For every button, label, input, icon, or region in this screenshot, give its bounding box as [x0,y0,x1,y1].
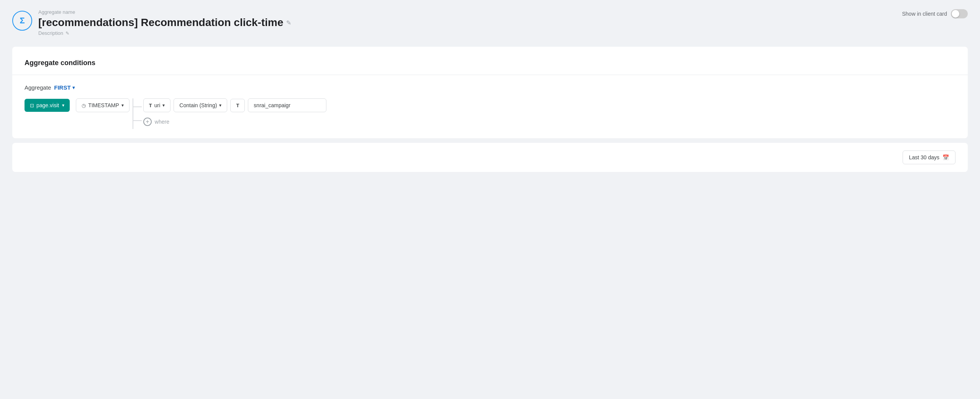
aggregate-title: [recommendations] Recommendation click-t… [38,16,283,29]
card-title: Aggregate conditions [25,59,955,67]
aggregate-function-chevron: ▾ [72,85,75,90]
type-indicator: T [230,99,245,112]
description-edit-icon[interactable]: ✎ [66,31,69,36]
field-label: uri [154,102,161,108]
aggregate-conditions-card: Aggregate conditions Aggregate FIRST ▾ ⊡… [12,47,968,138]
operator-label: Contain (String) [179,102,217,108]
aggregate-name-label: Aggregate name [38,9,291,15]
where-label: where [155,119,169,125]
event-label: page.visit [36,102,59,108]
event-button[interactable]: ⊡ page.visit ▾ [25,99,70,112]
title-edit-icon[interactable]: ✎ [286,19,291,26]
add-where-button[interactable]: + [143,118,152,126]
divider [12,75,968,75]
field-icon: T [149,103,152,108]
aggregate-row: Aggregate FIRST ▾ [25,84,955,91]
sigma-icon: Σ [12,11,32,31]
tree-horizontal-top [133,106,142,107]
header: Σ Aggregate name [recommendations] Recom… [12,9,968,36]
where-row: + where [143,118,327,126]
timestamp-label: TIMESTAMP [88,102,119,108]
operator-chevron: ▾ [219,103,221,108]
left-group: ⊡ page.visit ▾ ◷ TIMESTAMP ▾ [25,98,129,112]
type-icon: T [236,103,239,108]
last-days-button[interactable]: Last 30 days 📅 [903,150,955,164]
bottom-card: Last 30 days 📅 [12,143,968,172]
page-wrapper: Σ Aggregate name [recommendations] Recom… [0,0,980,181]
operator-button[interactable]: Contain (String) ▾ [174,98,227,112]
aggregate-function-dropdown[interactable]: FIRST ▾ [54,84,74,91]
calendar-icon: 📅 [942,154,949,160]
field-chevron: ▾ [162,103,165,108]
event-icon: ⊡ [30,103,34,108]
filter-row: T uri ▾ Contain (String) ▾ T [143,98,327,112]
timestamp-button[interactable]: ◷ TIMESTAMP ▾ [76,98,129,112]
add-where-plus-icon: + [146,119,149,125]
aggregate-label: Aggregate [25,84,51,91]
description-label: Description [38,30,63,36]
header-left: Σ Aggregate name [recommendations] Recom… [12,9,291,36]
aggregate-function-value: FIRST [54,84,70,91]
right-tree: T uri ▾ Contain (String) ▾ T [133,98,327,126]
value-input[interactable] [248,98,326,112]
conditions-layout: ⊡ page.visit ▾ ◷ TIMESTAMP ▾ T [25,98,955,126]
show-in-client-card: Show in client card [902,9,968,18]
show-in-client-card-toggle[interactable] [951,9,968,18]
event-chevron: ▾ [62,103,64,108]
show-in-client-card-label: Show in client card [902,11,947,17]
tree-vertical-line [133,98,133,129]
timestamp-icon: ◷ [82,103,86,108]
last-days-label: Last 30 days [909,154,939,160]
field-button[interactable]: T uri ▾ [143,98,171,112]
description-row[interactable]: Description ✎ [38,30,291,36]
header-text: Aggregate name [recommendations] Recomme… [38,9,291,36]
aggregate-title-row: [recommendations] Recommendation click-t… [38,16,291,29]
timestamp-chevron: ▾ [121,103,124,108]
tree-horizontal-bottom [133,120,142,121]
